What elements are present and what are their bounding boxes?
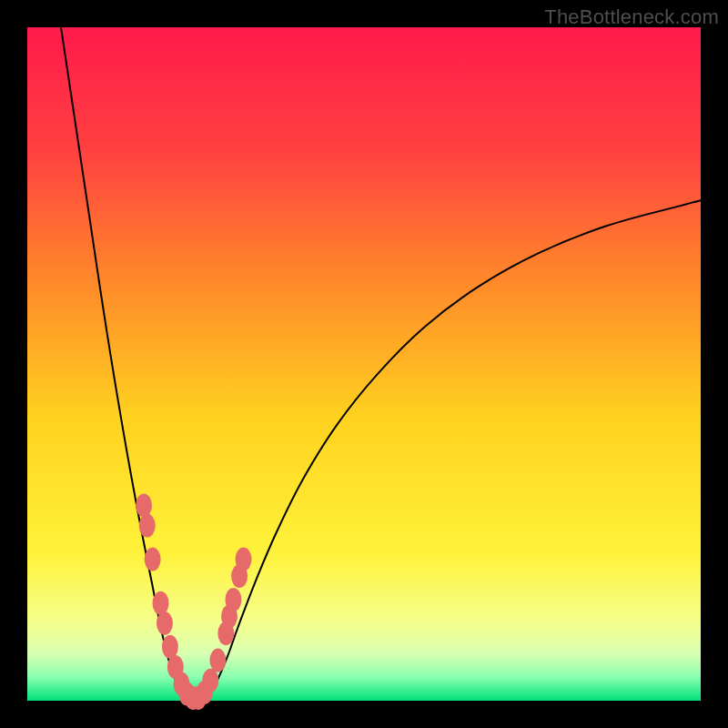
- marker-layer: [136, 493, 252, 710]
- curve-left-branch: [61, 27, 189, 700]
- data-marker: [136, 493, 152, 517]
- data-marker: [139, 514, 156, 538]
- data-marker: [225, 588, 241, 612]
- chart-frame: TheBottleneck.com: [0, 0, 728, 728]
- curve-right-branch: [202, 200, 701, 699]
- data-marker: [209, 649, 226, 672]
- data-marker: [153, 592, 169, 615]
- data-marker: [202, 669, 218, 693]
- data-marker: [162, 635, 178, 659]
- data-marker: [236, 548, 252, 571]
- chart-svg: [27, 27, 701, 701]
- watermark-text: TheBottleneck.com: [544, 5, 719, 29]
- data-marker: [157, 612, 173, 635]
- data-marker: [145, 548, 161, 571]
